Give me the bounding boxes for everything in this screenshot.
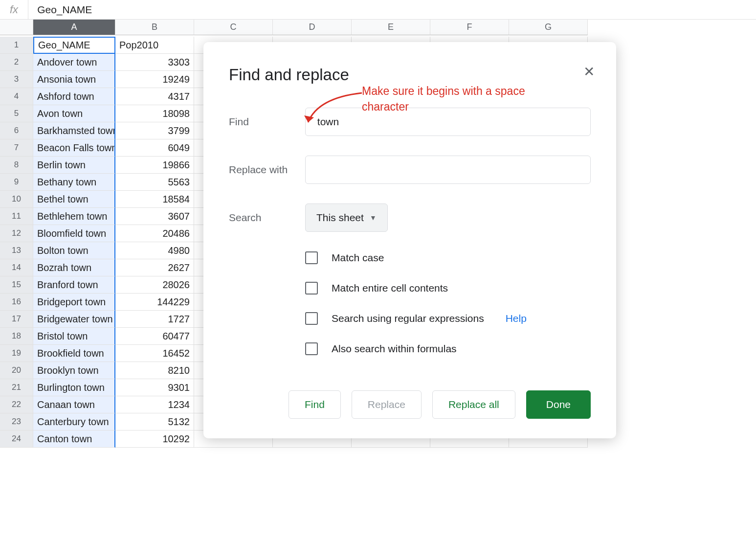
row-header[interactable]: 10 [0, 191, 33, 208]
row-header[interactable]: 4 [0, 88, 33, 105]
cell[interactable]: Pop2010 [115, 37, 194, 54]
search-scope-value: This sheet [316, 212, 364, 224]
regex-checkbox[interactable] [305, 312, 318, 325]
cell[interactable]: 5132 [115, 413, 194, 431]
cell[interactable]: Bozrah town [33, 259, 115, 276]
svg-marker-0 [304, 115, 314, 122]
match-entire-checkbox[interactable] [305, 282, 318, 295]
cell[interactable]: Canterbury town [33, 413, 115, 431]
row-header[interactable]: 19 [0, 345, 33, 362]
cell[interactable]: Bethany town [33, 174, 115, 191]
done-button[interactable]: Done [526, 390, 591, 419]
cell[interactable]: 28026 [115, 276, 194, 294]
cell[interactable]: 3799 [115, 122, 194, 139]
row-header[interactable]: 7 [0, 139, 33, 157]
select-all-corner[interactable] [0, 20, 33, 35]
replace-button[interactable]: Replace [352, 390, 422, 419]
search-label: Search [229, 212, 305, 224]
cell[interactable]: Avon town [33, 105, 115, 122]
cell[interactable]: Andover town [33, 54, 115, 71]
cell[interactable]: Bridgewater town [33, 311, 115, 328]
row-header[interactable]: 21 [0, 379, 33, 396]
close-icon[interactable]: ✕ [583, 64, 595, 80]
cell[interactable]: Bristol town [33, 328, 115, 345]
column-header-B[interactable]: B [115, 20, 194, 35]
replace-all-button[interactable]: Replace all [432, 390, 515, 419]
cell[interactable]: 18584 [115, 191, 194, 208]
row-header[interactable]: 9 [0, 174, 33, 191]
cell[interactable]: Canaan town [33, 396, 115, 413]
dialog-title: Find and replace [229, 66, 591, 84]
cell[interactable]: Bloomfield town [33, 225, 115, 242]
cell[interactable]: Brookfield town [33, 345, 115, 362]
cell[interactable]: Barkhamsted town [33, 122, 115, 139]
row-header[interactable]: 3 [0, 71, 33, 88]
formulas-label: Also search within formulas [332, 343, 457, 355]
formulas-checkbox[interactable] [305, 342, 318, 355]
replace-input[interactable] [305, 156, 591, 184]
cell[interactable]: Ansonia town [33, 71, 115, 88]
cell[interactable]: 2627 [115, 259, 194, 276]
fx-icon: fx [0, 0, 28, 19]
row-header[interactable]: 6 [0, 122, 33, 139]
cell[interactable]: 20486 [115, 225, 194, 242]
cell[interactable]: Beacon Falls town [33, 139, 115, 157]
cell[interactable]: Ashford town [33, 88, 115, 105]
cell[interactable]: Bethel town [33, 191, 115, 208]
column-header-A[interactable]: A [33, 20, 115, 35]
find-button[interactable]: Find [289, 390, 341, 419]
chevron-down-icon: ▼ [370, 214, 377, 222]
cell[interactable]: 9301 [115, 379, 194, 396]
cell[interactable]: 144229 [115, 294, 194, 311]
cell[interactable]: Branford town [33, 276, 115, 294]
cell[interactable]: 1234 [115, 396, 194, 413]
cell[interactable]: 3607 [115, 208, 194, 225]
cell[interactable]: 6049 [115, 139, 194, 157]
row-header[interactable]: 2 [0, 54, 33, 71]
cell[interactable]: Geo_NAME [33, 37, 115, 54]
match-case-checkbox[interactable] [305, 251, 318, 264]
row-header[interactable]: 14 [0, 259, 33, 276]
row-header[interactable]: 24 [0, 431, 33, 448]
row-header[interactable]: 16 [0, 294, 33, 311]
row-header[interactable]: 13 [0, 242, 33, 259]
row-header[interactable]: 23 [0, 413, 33, 431]
row-header[interactable]: 8 [0, 157, 33, 174]
cell[interactable]: Brooklyn town [33, 362, 115, 379]
column-header-D[interactable]: D [273, 20, 352, 35]
cell[interactable]: 60477 [115, 328, 194, 345]
column-header-C[interactable]: C [194, 20, 273, 35]
row-header[interactable]: 17 [0, 311, 33, 328]
column-header-F[interactable]: F [430, 20, 509, 35]
search-scope-dropdown[interactable]: This sheet ▼ [305, 204, 388, 232]
column-header-E[interactable]: E [352, 20, 430, 35]
row-header[interactable]: 15 [0, 276, 33, 294]
cell[interactable]: Berlin town [33, 157, 115, 174]
cell[interactable]: Bridgeport town [33, 294, 115, 311]
row-header[interactable]: 5 [0, 105, 33, 122]
cell[interactable]: 5563 [115, 174, 194, 191]
cell[interactable]: 19866 [115, 157, 194, 174]
cell[interactable]: Burlington town [33, 379, 115, 396]
cell[interactable]: Bethlehem town [33, 208, 115, 225]
cell[interactable]: 10292 [115, 431, 194, 448]
row-header[interactable]: 12 [0, 225, 33, 242]
cell[interactable]: Canton town [33, 431, 115, 448]
cell[interactable]: 8210 [115, 362, 194, 379]
cell[interactable]: 1727 [115, 311, 194, 328]
cell[interactable]: 18098 [115, 105, 194, 122]
column-header-G[interactable]: G [509, 20, 588, 35]
cell[interactable]: 3303 [115, 54, 194, 71]
cell[interactable]: 19249 [115, 71, 194, 88]
formula-input[interactable] [28, 4, 756, 16]
help-link[interactable]: Help [506, 313, 527, 324]
row-header[interactable]: 11 [0, 208, 33, 225]
row-header[interactable]: 20 [0, 362, 33, 379]
cell[interactable]: 16452 [115, 345, 194, 362]
cell[interactable]: 4980 [115, 242, 194, 259]
row-header[interactable]: 22 [0, 396, 33, 413]
cell[interactable]: Bolton town [33, 242, 115, 259]
row-header[interactable]: 18 [0, 328, 33, 345]
cell[interactable]: 4317 [115, 88, 194, 105]
row-header[interactable]: 1 [0, 37, 33, 54]
